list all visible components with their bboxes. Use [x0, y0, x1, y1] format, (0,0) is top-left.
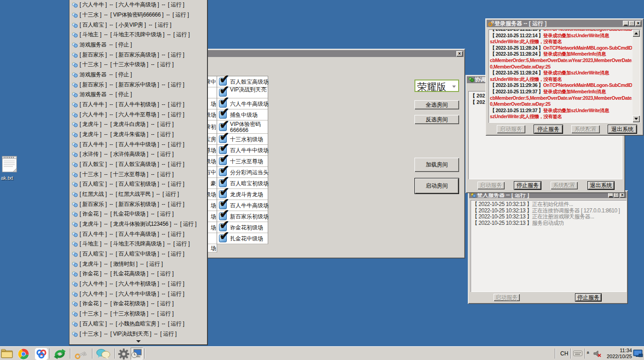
access-start-service-button[interactable]: 启动服务 — [494, 294, 520, 301]
room-list-item[interactable]: [ 斗地主 ] -- [ 斗地主不洗牌高级场 ] -- [ 运行 ] — [69, 239, 207, 249]
coord-start-service-button[interactable]: 启动服务 — [477, 182, 505, 189]
room-list-item[interactable]: [ 百人骰宝 ] -- [ 百人骰宝高级场 ] -- [ 运行 ] — [69, 160, 207, 170]
room-list-item[interactable]: [ 龙虎斗 ] -- [ 龙虎斗体验测试123456 ] -- [ 运行 ] — [69, 219, 207, 229]
room-grid-fragment-cell: 场 — [207, 244, 217, 252]
tray-volume-muted-icon[interactable] — [593, 350, 602, 359]
room-list-item[interactable]: [ 六人牛牛 ] -- [ 六人牛牛至尊场 ] -- [ 运行 ] — [69, 109, 207, 120]
room-list-item[interactable]: 游戏服务器 -- [ 停止 ] — [69, 70, 207, 80]
tray-language-indicator[interactable]: CH — [560, 350, 568, 357]
logon-log-scrollbar[interactable] — [632, 30, 640, 122]
access-close-button[interactable]: × — [620, 193, 625, 198]
taskbar-server-monitor-icon[interactable] — [131, 348, 143, 360]
room-list-item[interactable]: [ 龙虎斗 ] -- [ 龙虎斗朱雀场 ] -- [ 运行 ] — [69, 130, 207, 140]
taskbar-knot-app-icon[interactable] — [35, 348, 48, 360]
room-list-item[interactable]: [ 百人牛牛 ] -- [ 百人牛牛高级场 ] -- [ 运行 ] — [69, 229, 207, 239]
taskbar-key-icon[interactable] — [73, 348, 87, 360]
version-select[interactable]: 荣耀版 — [414, 80, 459, 92]
coord-system-config-button[interactable]: 系统配置 — [551, 182, 578, 189]
room-list-item-label: [ 新百家乐 ] -- [ 新百家乐高级场 ] -- [ 运行 ] — [80, 51, 184, 59]
tray-keyboard-icon[interactable] — [573, 350, 582, 358]
access-minimize-button[interactable]: ▁ — [608, 193, 614, 198]
tray-display-icon[interactable] — [633, 349, 643, 360]
tray-collapse-icon[interactable]: « — [586, 351, 591, 354]
room-list-item[interactable]: [ 百人暗宝 ] -- [ 小吴VIP房 ] -- [ 运行 ] — [69, 20, 207, 30]
scroll-up-button[interactable] — [632, 30, 640, 37]
server-ball-icon — [72, 112, 78, 118]
access-maximize-button[interactable]: □ — [614, 193, 619, 198]
tray-clock[interactable]: 11:34 2022/10/25 — [607, 348, 632, 360]
taskbar-gear-icon[interactable] — [117, 348, 130, 360]
logon-exit-button[interactable]: 退出系统 — [608, 125, 637, 134]
logon-start-service-button[interactable]: 启动服务 — [497, 125, 525, 133]
logon-stop-service-button[interactable]: 停止服务 — [534, 125, 563, 134]
room-list-item[interactable]: [ 十三水 ] -- [ VIP决战到天亮 ] -- [ 运行 ] — [69, 329, 207, 339]
room-list-item[interactable]: [ 诈金花 ] -- [ 扎金花中级场 ] -- [ 运行 ] — [69, 209, 207, 219]
room-list-item[interactable]: [ 新百家乐 ] -- [ 新百家乐初级场 ] -- [ 运行 ] — [69, 199, 207, 209]
room-checkbox-row: 扎金花中级场 — [217, 233, 268, 244]
room-list-item[interactable]: [ 斗地主 ] -- [ 斗地主不洗牌中级场 ] -- [ 运行 ] — [69, 30, 207, 40]
room-list-item[interactable]: [ 水浒传 ] -- [ 水浒传高级场 ] -- [ 运行 ] — [69, 149, 207, 160]
server-ball-icon — [72, 12, 78, 18]
room-checkbox-label: 六人牛牛高级场 — [230, 101, 269, 107]
logon-window-title: 登录服务器 -- [ 运行 ] — [494, 20, 546, 27]
room-checkbox-label: 捕鱼中级场 — [230, 112, 269, 118]
start-rooms-button[interactable]: 启动房间 — [414, 178, 459, 194]
room-list-item[interactable]: 游戏服务器 -- [ 停止 ] — [69, 90, 207, 100]
desktop-icon-ak-txt[interactable]: ak.txt — [1, 154, 29, 181]
room-list-item[interactable]: [ 百人牛牛 ] -- [ 百人牛牛中级场 ] -- [ 运行 ] — [69, 139, 207, 149]
room-list-item[interactable]: 游戏服务器 -- [ 停止 ] — [69, 40, 207, 50]
room-list-item-label: [ 新百家乐 ] -- [ 新百家乐初级场 ] -- [ 运行 ] — [80, 200, 184, 208]
room-list-item[interactable]: [ 六人牛牛 ] -- [ 六人牛牛初级场 ] -- [ 运行 ] — [69, 279, 207, 289]
server-ball-icon — [72, 151, 78, 157]
taskbar-folder-icon[interactable] — [1, 348, 14, 360]
room-list-item-label: [ 十三水 ] -- [ 十三水中级场 ] -- [ 运行 ] — [80, 61, 173, 69]
room-list-item[interactable]: [ 十三水 ] -- [ 十三水至尊场 ] -- [ 运行 ] — [69, 169, 207, 179]
logon-minimize-button[interactable]: ▁ — [623, 21, 629, 26]
logon-window-icon — [488, 20, 494, 27]
access-log-area[interactable]: 【 2022-10-25 10:32:13 】正在初始化组件...【 2022-… — [471, 200, 627, 292]
room-dialog-close-button[interactable]: × — [456, 51, 463, 57]
room-checkbox-label: 百人暗宝初级场 — [230, 181, 269, 187]
server-ball-icon — [72, 32, 78, 38]
room-list-item[interactable]: [ 新百家乐 ] -- [ 新百家乐中级场 ] -- [ 运行 ] — [69, 80, 207, 90]
room-checkbox-label: 百人牛牛高级场 — [230, 203, 269, 209]
coord-exit-button[interactable]: 退出系统 — [587, 181, 615, 190]
logon-log-area[interactable]: 【 2022-10-25 11:22:13 】OnTCPNetworkMainM… — [489, 29, 640, 123]
log-line: 【 2022-10-25 10:32:13 】正在注册游戏聊天服务器... — [472, 214, 627, 220]
room-list-item-label: [ 百人暗宝 ] -- [ 小魏热血暗宝房 ] -- [ 运行 ] — [80, 320, 184, 328]
room-list-item[interactable]: [ 百人暗宝 ] -- [ 小魏热血暗宝房 ] -- [ 运行 ] — [69, 319, 207, 329]
access-stop-service-button[interactable]: 停止服务 — [575, 293, 602, 302]
server-ball-icon — [72, 291, 78, 297]
invert-selection-button[interactable]: 反选房间 — [414, 115, 459, 124]
room-grid-fragment-cell — [207, 233, 217, 244]
room-grid-checkbox-column: 百人骰宝高级场VIP决战到天亮六人牛牛高级场捕鱼中级场VIP体验密码666666… — [217, 76, 268, 244]
load-rooms-button[interactable]: 加载房间 — [414, 158, 459, 172]
room-list-item[interactable]: [ 百人暗宝 ] -- [ 百人暗宝初级场 ] -- [ 运行 ] — [69, 179, 207, 189]
room-list-item[interactable]: [ 六人牛牛 ] -- [ 六人牛牛中级场 ] -- [ 运行 ] — [69, 289, 207, 299]
room-list-item[interactable]: [ 百人牛牛 ] -- [ 百人牛牛初级场 ] -- [ 运行 ] — [69, 100, 207, 110]
room-list-item[interactable]: [ 红黑大战 ] -- [ 红黑大战平民 ] -- [ 运行 ] — [69, 189, 207, 200]
room-list-scroll-down[interactable] — [69, 339, 207, 344]
room-list-item[interactable]: [ 十三水 ] -- [ 十三水中级场 ] -- [ 运行 ] — [69, 60, 207, 70]
server-ball-icon — [72, 161, 78, 167]
room-list-item[interactable]: [ 诈金花 ] -- [ 扎金花高级场 ] -- [ 运行 ] — [69, 269, 207, 279]
logon-maximize-button[interactable]: □ — [629, 21, 635, 26]
coord-stop-service-button[interactable]: 停止服务 — [514, 181, 541, 190]
taskbar-chat-icon[interactable] — [95, 348, 111, 360]
taskbar-recycle-icon[interactable] — [52, 348, 67, 360]
room-list-item[interactable]: [ 诈金花 ] -- [ 诈金花初级场 ] -- [ 运行 ] — [69, 299, 207, 309]
scroll-down-button[interactable] — [632, 115, 640, 122]
logon-close-button[interactable]: × — [635, 21, 641, 26]
select-all-rooms-button[interactable]: 全选房间 — [414, 100, 459, 109]
logon-system-config-button[interactable]: 系统配置 — [571, 125, 600, 133]
room-list-item[interactable]: [ 十三水 ] -- [ VIP体验密码666666 ] -- [ 运行 ] — [69, 10, 207, 20]
room-grid-left-column: 牌中场级场牌初宝房尊场级场百中豪级场场场场场 — [207, 76, 217, 252]
room-list-item[interactable]: [ 六人牛牛 ] -- [ 六人牛牛高级场 ] -- [ 运行 ] — [69, 0, 207, 10]
room-list-item[interactable]: [ 龙虎斗 ] -- [ 激情时刻 ] -- [ 运行 ] — [69, 259, 207, 269]
room-checkbox[interactable] — [219, 234, 227, 242]
taskbar-chrome-icon[interactable] — [17, 348, 29, 360]
room-list-item[interactable]: [ 百人暗宝 ] -- [ 百人暗宝中级场 ] -- [ 运行 ] — [69, 249, 207, 259]
room-list-item[interactable]: [ 龙虎斗 ] -- [ 龙虎斗白虎场 ] -- [ 运行 ] — [69, 120, 207, 130]
room-list-item[interactable]: [ 十三水 ] -- [ 十三水初级场 ] -- [ 运行 ] — [69, 309, 207, 319]
room-list-item[interactable]: [ 新百家乐 ] -- [ 新百家乐高级场 ] -- [ 运行 ] — [69, 50, 207, 60]
